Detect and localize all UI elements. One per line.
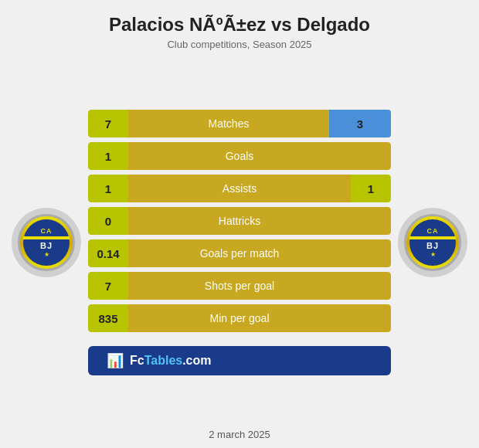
comparison-area: CA BJ ★ 7 Matches 3 1 Goals bbox=[8, 64, 471, 421]
badge-bj-right: BJ bbox=[426, 241, 439, 250]
stat-right-val-min-per-goal bbox=[351, 304, 391, 332]
stat-right-val-shots-per-goal bbox=[351, 272, 391, 300]
badge-star-left: ★ bbox=[44, 251, 49, 258]
badge-star-right: ★ bbox=[430, 251, 436, 258]
badge-left: CA BJ ★ bbox=[8, 208, 85, 277]
stat-row-goals-per-match: 0.14 Goals per match bbox=[88, 239, 391, 267]
stat-row-shots-per-goal: 7 Shots per goal bbox=[88, 272, 391, 300]
stat-label-matches: Matches bbox=[128, 110, 329, 137]
badge-inner-left: CA BJ ★ bbox=[23, 219, 70, 266]
stat-right-val-goals-per-match bbox=[351, 239, 391, 267]
badge-bg-right: CA BJ ★ bbox=[398, 208, 467, 277]
stat-left-val-shots-per-goal: 7 bbox=[88, 272, 128, 300]
stat-right-val-matches: 3 bbox=[329, 110, 391, 137]
stat-label-hattricks: Hattricks bbox=[128, 207, 351, 235]
page-subtitle: Club competitions, Season 2025 bbox=[167, 39, 311, 50]
stat-label-assists: Assists bbox=[128, 175, 351, 202]
page-wrapper: Palacios NÃºÃ±ez vs Delgado Club competi… bbox=[0, 0, 479, 448]
badge-stripe-right bbox=[409, 236, 456, 239]
fctables-label: FcTables.com bbox=[130, 354, 212, 368]
team-badge-right: CA BJ ★ bbox=[404, 214, 461, 271]
stat-left-val-hattricks: 0 bbox=[88, 207, 128, 235]
badge-ca-right: CA bbox=[427, 227, 439, 235]
stat-label-goals: Goals bbox=[128, 142, 351, 170]
badge-stripe-left bbox=[23, 236, 70, 239]
stats-column: 7 Matches 3 1 Goals 1 Assists 1 0 Hattri… bbox=[88, 110, 391, 375]
badge-ca-left: CA bbox=[41, 227, 53, 235]
stat-row-assists: 1 Assists 1 bbox=[88, 175, 391, 202]
stat-right-val-hattricks bbox=[351, 207, 391, 235]
stat-right-val-goals bbox=[351, 142, 391, 170]
stat-right-val-assists: 1 bbox=[351, 175, 391, 202]
stat-row-min-per-goal: 835 Min per goal bbox=[88, 304, 391, 332]
stat-row-goals: 1 Goals bbox=[88, 142, 391, 170]
fctables-banner[interactable]: 📊 FcTables.com bbox=[88, 346, 391, 375]
footer-date: 2 march 2025 bbox=[209, 429, 270, 440]
stat-row-matches: 7 Matches 3 bbox=[88, 110, 391, 137]
stat-left-val-assists: 1 bbox=[88, 175, 128, 202]
stat-left-val-matches: 7 bbox=[88, 110, 128, 137]
badge-bj-left: BJ bbox=[40, 241, 53, 250]
stat-row-hattricks: 0 Hattricks bbox=[88, 207, 391, 235]
stat-left-val-min-per-goal: 835 bbox=[88, 304, 128, 332]
badge-inner-right: CA BJ ★ bbox=[409, 219, 456, 266]
team-badge-left: CA BJ ★ bbox=[18, 214, 75, 271]
stat-left-val-goals: 1 bbox=[88, 142, 128, 170]
stat-label-min-per-goal: Min per goal bbox=[128, 304, 351, 332]
badge-right: CA BJ ★ bbox=[394, 208, 471, 277]
stat-left-val-goals-per-match: 0.14 bbox=[88, 239, 128, 267]
badge-bg-left: CA BJ ★ bbox=[12, 208, 81, 277]
page-title: Palacios NÃºÃ±ez vs Delgado bbox=[109, 14, 370, 36]
stat-label-shots-per-goal: Shots per goal bbox=[128, 272, 351, 300]
fctables-icon: 📊 bbox=[107, 352, 124, 369]
stat-label-goals-per-match: Goals per match bbox=[128, 239, 351, 267]
